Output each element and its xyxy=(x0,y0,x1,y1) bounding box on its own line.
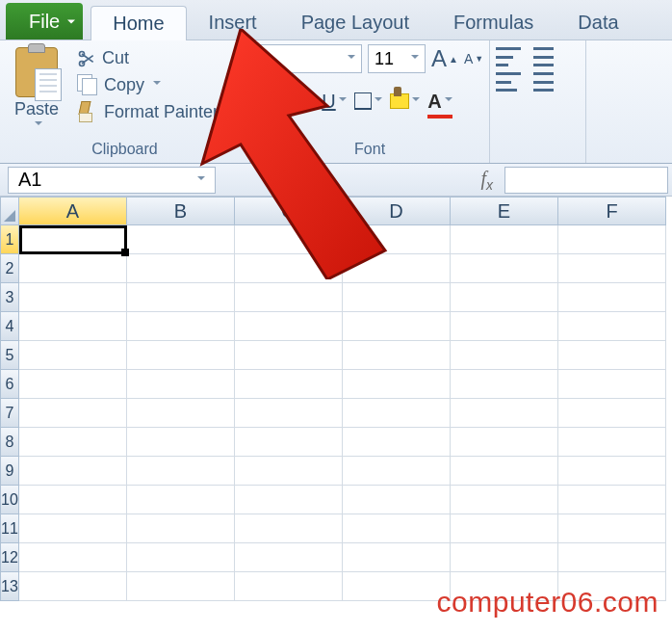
file-tab[interactable]: File xyxy=(6,3,83,40)
paste-label: Paste xyxy=(14,99,59,119)
chevron-down-icon[interactable] xyxy=(375,97,382,105)
chevron-down-icon[interactable] xyxy=(339,97,347,105)
brush-icon xyxy=(77,101,98,122)
column-header[interactable]: A xyxy=(19,197,127,225)
chevron-down-icon[interactable] xyxy=(445,97,452,105)
scissors-icon xyxy=(77,49,96,68)
font-color-button[interactable]: A xyxy=(427,88,452,115)
format-painter-label: Format Painter xyxy=(104,102,219,122)
group-label-font: Font xyxy=(256,138,483,163)
underline-button[interactable]: U xyxy=(322,88,347,115)
font-name-select[interactable] xyxy=(256,44,362,73)
border-icon xyxy=(354,92,372,110)
select-all-corner[interactable] xyxy=(0,197,19,225)
name-box-value: A1 xyxy=(18,169,41,191)
watermark: computer06.com xyxy=(437,586,659,619)
tab-formulas[interactable]: Formulas xyxy=(431,5,556,40)
ribbon-tabs: File Home Insert Page Layout Formulas Da… xyxy=(0,0,672,40)
row-header[interactable]: 2 xyxy=(0,254,19,283)
formula-bar[interactable] xyxy=(504,167,668,194)
group-label-clipboard: Clipboard xyxy=(6,138,244,163)
chevron-down-icon[interactable] xyxy=(197,176,205,184)
column-header[interactable]: F xyxy=(558,197,666,225)
ribbon: Paste Cut Copy Format Painter xyxy=(0,40,672,164)
column-header[interactable]: D xyxy=(343,197,451,225)
bucket-icon xyxy=(390,93,409,109)
row-header[interactable]: 13 xyxy=(0,572,19,601)
tab-data[interactable]: Data xyxy=(556,5,640,40)
active-cell[interactable] xyxy=(19,225,127,254)
chevron-down-icon[interactable] xyxy=(411,55,419,63)
border-button[interactable] xyxy=(354,88,382,115)
copy-icon xyxy=(77,74,98,95)
chevron-down-icon[interactable] xyxy=(153,81,161,89)
row-header[interactable]: 7 xyxy=(0,399,19,428)
row-header[interactable]: 3 xyxy=(0,283,19,312)
copy-button[interactable]: Copy xyxy=(73,73,222,96)
chevron-down-icon[interactable] xyxy=(35,121,42,129)
row-header[interactable]: 1 xyxy=(0,225,19,254)
tab-insert[interactable]: Insert xyxy=(187,5,279,40)
row-header[interactable]: 12 xyxy=(0,543,19,572)
font-size-value: 11 xyxy=(375,49,394,69)
row-header[interactable]: 9 xyxy=(0,457,19,486)
tab-home[interactable]: Home xyxy=(90,6,186,40)
bold-button[interactable]: B xyxy=(256,88,281,115)
formula-bar-row: A1 fx xyxy=(0,164,672,197)
group-font: 11 A▲ A▼ B I U A Font xyxy=(250,40,490,163)
chevron-down-icon[interactable] xyxy=(412,97,420,105)
italic-button[interactable]: I xyxy=(289,88,314,115)
tab-page-layout[interactable]: Page Layout xyxy=(279,5,431,40)
copy-label: Copy xyxy=(104,75,144,95)
row-header[interactable]: 6 xyxy=(0,370,19,399)
group-clipboard: Paste Cut Copy Format Painter xyxy=(0,40,250,163)
group-alignment xyxy=(490,40,586,163)
row-header[interactable]: 10 xyxy=(0,486,19,514)
cell-area[interactable] xyxy=(19,225,672,601)
format-painter-button[interactable]: Format Painter xyxy=(73,100,222,123)
shrink-font-button[interactable]: A▼ xyxy=(464,51,483,66)
row-header[interactable]: 11 xyxy=(0,514,19,543)
cut-button[interactable]: Cut xyxy=(73,47,222,69)
paste-icon xyxy=(15,47,58,97)
row-header[interactable]: 5 xyxy=(0,341,19,370)
column-header[interactable]: E xyxy=(451,197,558,225)
chevron-down-icon[interactable] xyxy=(348,55,355,63)
align-center-button[interactable] xyxy=(530,72,556,92)
align-middle-button[interactable] xyxy=(530,47,556,66)
paste-button[interactable]: Paste xyxy=(6,43,67,129)
font-size-select[interactable]: 11 xyxy=(368,44,426,73)
fx-icon[interactable]: fx xyxy=(480,168,493,193)
align-left-button[interactable] xyxy=(496,72,521,92)
name-box[interactable]: A1 xyxy=(8,167,216,194)
fill-color-button[interactable] xyxy=(390,88,420,115)
cut-label: Cut xyxy=(102,48,129,68)
spreadsheet-grid: 1 2 3 4 5 6 7 8 9 10 11 12 13 A B C D E … xyxy=(0,197,672,601)
group-label-alignment xyxy=(496,92,580,99)
column-header[interactable]: C xyxy=(235,197,343,225)
column-header[interactable]: B xyxy=(127,197,235,225)
row-header[interactable]: 4 xyxy=(0,312,19,341)
row-header[interactable]: 8 xyxy=(0,428,19,457)
align-top-button[interactable] xyxy=(496,47,521,66)
grow-font-button[interactable]: A▲ xyxy=(431,45,458,72)
